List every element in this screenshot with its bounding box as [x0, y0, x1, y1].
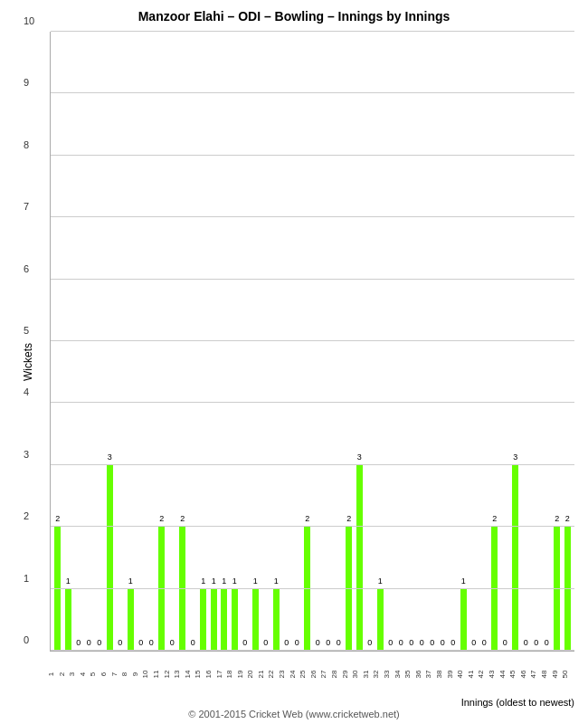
bar-value-label: 2	[180, 514, 185, 523]
gridline	[51, 464, 574, 465]
bar-value-label: 0	[471, 638, 476, 647]
bar-group: 1	[126, 32, 137, 651]
bar-value-label: 1	[232, 576, 237, 586]
bar-group: 0	[417, 32, 428, 651]
y-tick-label: 4	[24, 386, 29, 397]
bar-group: 0	[323, 32, 334, 651]
bar: 1	[460, 589, 467, 651]
bar-group: 1	[63, 32, 74, 651]
bar: 1	[252, 589, 259, 651]
x-label-item: 18	[225, 669, 233, 680]
bar-group: 0	[542, 32, 553, 651]
bar-value-label: 2	[55, 514, 60, 523]
x-label-item: 30	[351, 669, 359, 680]
bar-group: 2	[563, 32, 574, 651]
bar-value-label: 1	[66, 576, 71, 586]
bar-group: 0	[292, 32, 303, 651]
x-label-item: 12	[162, 669, 170, 680]
y-tick-label: 7	[24, 201, 29, 212]
x-label-item: 4	[79, 669, 87, 680]
x-label-item: 29	[340, 669, 348, 680]
x-label-item: 26	[309, 669, 318, 680]
x-label-item: 39	[445, 669, 453, 680]
bar-group: 0	[188, 32, 199, 651]
gridline	[51, 92, 574, 93]
bar-value-label: 0	[138, 638, 143, 647]
x-label-item: 3	[68, 669, 76, 680]
bar-value-label: 0	[149, 638, 154, 647]
x-label-item: 5	[89, 669, 97, 680]
y-tick-label: 0	[24, 634, 29, 645]
bar-group: 1	[271, 32, 282, 651]
chart-container: Manzoor Elahi – ODI – Bowling – Innings …	[0, 0, 588, 724]
y-tick-label: 3	[24, 449, 29, 460]
bars-wrapper: 2100030100202011110101002000230100000001…	[51, 32, 574, 651]
bar-group: 0	[479, 32, 490, 651]
bar-group: 1	[219, 32, 230, 651]
chart-area: 2100030100202011110101002000230100000001…	[50, 32, 574, 652]
x-label-item: 1	[47, 669, 55, 680]
bar: 3	[356, 465, 363, 651]
bar-group: 0	[136, 32, 147, 651]
bar-group: 0	[385, 32, 396, 651]
bar-value-label: 0	[482, 638, 487, 647]
bar-value-label: 0	[441, 638, 445, 647]
bar-group: 2	[489, 32, 500, 651]
y-tick-label: 10	[24, 15, 34, 26]
bar: 1	[128, 589, 134, 651]
x-label-item: 24	[288, 669, 296, 680]
bar: 1	[200, 589, 206, 651]
bar-value-label: 0	[263, 638, 268, 647]
x-label-item: 19	[235, 669, 243, 680]
bar-group: 0	[396, 32, 407, 651]
chart-title: Manzoor Elahi – ODI – Bowling – Innings …	[0, 0, 588, 24]
bar-group: 2	[156, 32, 167, 651]
bar-value-label: 1	[128, 576, 133, 586]
x-label-item: 15	[194, 669, 202, 680]
bar: 1	[377, 589, 384, 651]
bar-group: 0	[281, 32, 292, 651]
bar-value-label: 2	[346, 514, 351, 523]
bar-group: 0	[531, 32, 542, 651]
gridline	[51, 155, 574, 156]
x-label-item: 44	[498, 669, 506, 680]
bar-value-label: 0	[87, 638, 91, 647]
gridline	[51, 402, 574, 403]
bar-group: 2	[552, 32, 563, 651]
bar-value-label: 0	[191, 638, 195, 647]
bar-group: 0	[84, 32, 95, 651]
y-tick-label: 9	[24, 77, 29, 88]
bar-group: 0	[240, 32, 251, 651]
bar-value-label: 0	[450, 638, 455, 647]
y-tick-label: 8	[24, 139, 29, 150]
bar-value-label: 0	[97, 638, 101, 647]
x-label-item: 28	[330, 669, 338, 680]
bar-group: 0	[406, 32, 417, 651]
bar-value-label: 2	[565, 514, 570, 523]
gridline	[51, 340, 574, 341]
bar-value-label: 1	[461, 576, 466, 586]
x-label-item: 10	[141, 669, 149, 680]
gridline	[51, 650, 574, 651]
x-label-item: 37	[424, 669, 432, 680]
bar-group: 1	[459, 32, 469, 651]
x-label-item: 46	[519, 669, 527, 680]
x-label-item: 8	[120, 669, 128, 680]
x-label-item: 45	[508, 669, 517, 680]
x-label-item: 48	[540, 669, 548, 680]
gridline	[51, 31, 574, 32]
bar: 1	[211, 589, 217, 651]
gridline	[51, 216, 574, 217]
bar-group: 0	[521, 32, 532, 651]
x-label-item: 36	[414, 669, 422, 680]
x-label-item: 13	[173, 669, 181, 680]
bar-value-label: 0	[545, 638, 549, 647]
bar-value-label: 0	[316, 638, 320, 647]
x-label-item: 22	[267, 669, 275, 680]
bar-group: 0	[365, 32, 375, 651]
bar-group: 0	[167, 32, 178, 651]
bar-group: 2	[177, 32, 188, 651]
bar-value-label: 1	[378, 576, 383, 586]
bar-value-label: 3	[513, 452, 517, 462]
bar-group: 0	[448, 32, 459, 651]
